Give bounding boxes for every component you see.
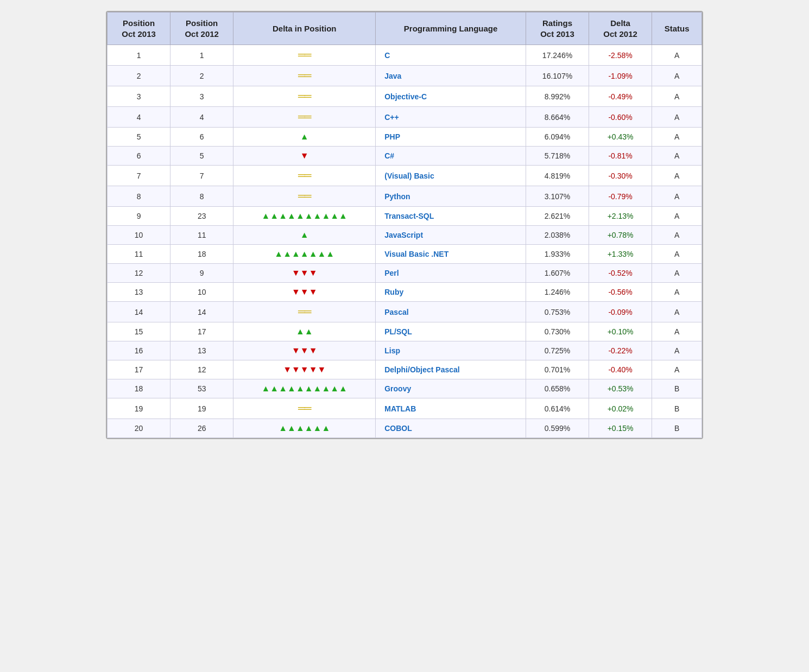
- language-link[interactable]: C#: [384, 151, 394, 160]
- delta-position: ══: [233, 86, 376, 107]
- position-2012: 11: [170, 226, 233, 245]
- delta-position: ══: [233, 45, 376, 66]
- position-2013: 6: [108, 147, 170, 166]
- language-name: C++: [376, 107, 526, 128]
- delta-rating: +1.33%: [589, 245, 652, 264]
- delta-position: ▼▼▼: [233, 283, 376, 302]
- rating-value: 1.607%: [526, 264, 589, 283]
- language-link[interactable]: Visual Basic .NET: [384, 250, 448, 258]
- rating-value: 8.664%: [526, 107, 589, 128]
- status-badge: A: [652, 207, 702, 226]
- up-arrow-icon: ▲: [330, 384, 339, 393]
- equal-icon: ══: [298, 49, 311, 60]
- delta-rating: +0.53%: [589, 379, 652, 398]
- up-arrow-icon: ▲: [287, 211, 296, 220]
- delta-rating: -0.30%: [589, 166, 652, 186]
- position-2012: 53: [170, 379, 233, 398]
- language-name: Delphi/Object Pascal: [376, 360, 526, 379]
- up-arrow-icon: ▲: [313, 423, 322, 433]
- language-link[interactable]: Ruby: [384, 288, 403, 296]
- status-badge: A: [652, 107, 702, 128]
- delta-rating: +0.78%: [589, 226, 652, 245]
- rating-value: 0.658%: [526, 379, 589, 398]
- table-row: 17 12 ▼▼▼▼▼ Delphi/Object Pascal 0.701% …: [108, 360, 702, 379]
- status-badge: A: [652, 86, 702, 107]
- position-2012: 5: [170, 147, 233, 166]
- down-arrow-icon: ▼: [292, 268, 300, 277]
- position-2012: 17: [170, 322, 233, 341]
- up-arrow-icon: ▲: [283, 249, 292, 258]
- down-arrow-icon: ▼: [309, 346, 318, 355]
- delta-rating: -0.56%: [589, 283, 652, 302]
- position-2013: 3: [108, 86, 170, 107]
- down-arrow-icon: ▼: [309, 268, 318, 277]
- language-link[interactable]: Transact-SQL: [384, 212, 434, 220]
- header-delta-2012: DeltaOct 2012: [589, 12, 652, 45]
- position-2013: 12: [108, 264, 170, 283]
- main-table-wrapper: PositionOct 2013 PositionOct 2012 Delta …: [106, 11, 703, 439]
- position-2012: 12: [170, 360, 233, 379]
- position-2012: 1: [170, 45, 233, 66]
- up-arrow-icon: ▲: [292, 249, 300, 258]
- down-arrow-icon: ▼: [292, 365, 300, 374]
- position-2013: 1: [108, 45, 170, 66]
- down-arrow-icon: ▼: [292, 346, 300, 355]
- up-arrow-icon: ▲: [339, 384, 347, 393]
- language-link[interactable]: Perl: [384, 269, 399, 277]
- language-name: Java: [376, 66, 526, 86]
- up-arrow-icon: ▲: [313, 211, 322, 220]
- status-badge: A: [652, 226, 702, 245]
- table-row: 2 2 ══ Java 16.107% -1.09% A: [108, 66, 702, 86]
- position-2013: 13: [108, 283, 170, 302]
- language-link[interactable]: JavaScript: [384, 231, 423, 239]
- up-arrow-icon: ▲: [296, 384, 305, 393]
- status-badge: B: [652, 419, 702, 438]
- table-row: 5 6 ▲ PHP 6.094% +0.43% A: [108, 128, 702, 147]
- position-2013: 18: [108, 379, 170, 398]
- status-badge: A: [652, 360, 702, 379]
- language-link[interactable]: MATLAB: [384, 404, 416, 413]
- table-row: 14 14 ══ Pascal 0.753% -0.09% A: [108, 302, 702, 322]
- language-link[interactable]: Pascal: [384, 308, 408, 316]
- position-2012: 9: [170, 264, 233, 283]
- language-link[interactable]: COBOL: [384, 424, 412, 433]
- table-row: 18 53 ▲▲▲▲▲▲▲▲▲▲ Groovy 0.658% +0.53% B: [108, 379, 702, 398]
- equal-icon: ══: [298, 70, 311, 81]
- language-link[interactable]: (Visual) Basic: [384, 172, 434, 180]
- table-row: 16 13 ▼▼▼ Lisp 0.725% -0.22% A: [108, 341, 702, 360]
- language-link[interactable]: PHP: [384, 132, 400, 141]
- header-status: Status: [652, 12, 702, 45]
- down-arrow-icon: ▼: [309, 287, 318, 296]
- position-2012: 23: [170, 207, 233, 226]
- status-badge: A: [652, 341, 702, 360]
- delta-rating: -0.79%: [589, 186, 652, 207]
- header-position-2012: PositionOct 2012: [170, 12, 233, 45]
- language-link[interactable]: C++: [384, 113, 399, 122]
- position-2013: 17: [108, 360, 170, 379]
- position-2013: 8: [108, 186, 170, 207]
- rating-value: 6.094%: [526, 128, 589, 147]
- delta-position: ▲▲▲▲▲▲▲▲▲▲: [233, 379, 376, 398]
- delta-rating: -0.52%: [589, 264, 652, 283]
- language-link[interactable]: Delphi/Object Pascal: [384, 365, 460, 374]
- language-link[interactable]: Python: [384, 192, 410, 201]
- up-arrow-icon: ▲: [321, 384, 330, 393]
- language-link[interactable]: Groovy: [384, 384, 411, 393]
- delta-rating: -0.49%: [589, 86, 652, 107]
- position-2012: 4: [170, 107, 233, 128]
- position-2013: 14: [108, 302, 170, 322]
- language-link[interactable]: C: [384, 51, 390, 60]
- delta-position: ══: [233, 302, 376, 322]
- equal-icon: ══: [298, 170, 311, 181]
- language-link[interactable]: PL/SQL: [384, 327, 412, 336]
- delta-position: ▼▼▼: [233, 264, 376, 283]
- position-2013: 19: [108, 398, 170, 419]
- language-link[interactable]: Objective-C: [384, 92, 427, 101]
- up-arrow-icon: ▲: [270, 211, 279, 220]
- language-link[interactable]: Lisp: [384, 346, 400, 355]
- language-name: Groovy: [376, 379, 526, 398]
- language-link[interactable]: Java: [384, 72, 401, 80]
- rankings-table: PositionOct 2013 PositionOct 2012 Delta …: [107, 12, 702, 438]
- delta-position: ══: [233, 186, 376, 207]
- delta-rating: -1.09%: [589, 66, 652, 86]
